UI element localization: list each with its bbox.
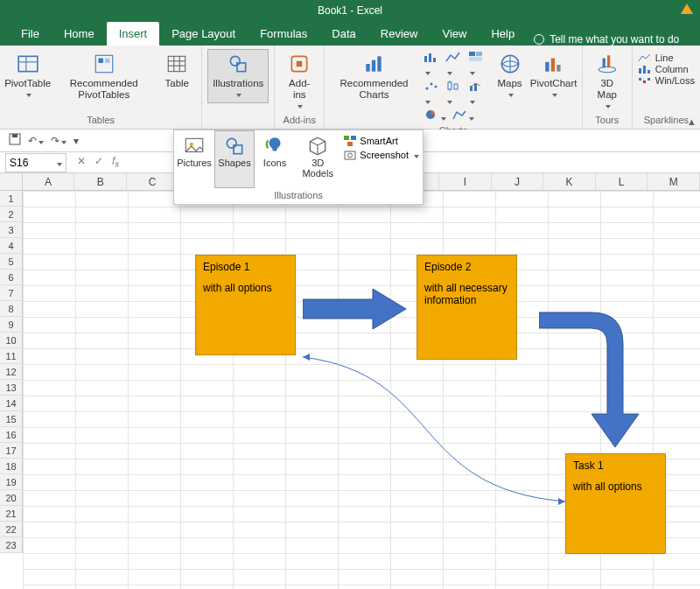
row-header[interactable]: 9: [0, 317, 23, 333]
row-header[interactable]: 18: [0, 459, 23, 474]
chart-scatter-icon[interactable]: [424, 80, 441, 107]
tab-review[interactable]: Review: [368, 22, 430, 46]
pivottable-icon: [16, 52, 40, 76]
chart-bar-icon[interactable]: [424, 51, 441, 78]
shape-body: with all necessary information: [424, 282, 509, 306]
illustrations-button[interactable]: Illustrations: [207, 49, 269, 103]
row-header[interactable]: 7: [0, 285, 23, 301]
row-header[interactable]: 13: [0, 380, 23, 396]
col-header[interactable]: K: [543, 173, 596, 190]
svg-marker-51: [558, 498, 565, 505]
title-bar: Book1 - Excel: [0, 0, 700, 21]
icons-button[interactable]: Icons: [255, 130, 295, 188]
tab-page-layout[interactable]: Page Layout: [159, 22, 248, 46]
redo-button[interactable]: ↷: [51, 135, 66, 147]
block-arrow-right[interactable]: [303, 287, 408, 331]
addins-button[interactable]: Add-ins: [280, 49, 318, 115]
curved-connector[interactable]: [285, 348, 574, 515]
pivotchart-icon: [542, 52, 566, 76]
tab-data[interactable]: Data: [319, 22, 368, 46]
shape-episode-2[interactable]: Episode 2 with all necessary information: [416, 255, 517, 360]
col-header[interactable]: L: [596, 173, 648, 190]
tab-help[interactable]: Help: [479, 22, 527, 46]
chart-pie-icon[interactable]: [424, 109, 446, 123]
row-header[interactable]: 12: [0, 364, 23, 380]
svg-rect-30: [454, 84, 458, 89]
save-icon[interactable]: [9, 133, 21, 148]
row-header[interactable]: 15: [0, 411, 23, 427]
svg-rect-3: [95, 55, 113, 73]
shape-episode-1[interactable]: Episode 1 with all options: [195, 255, 296, 355]
chart-surface-icon[interactable]: [452, 109, 474, 123]
name-box[interactable]: S16: [5, 153, 66, 172]
tell-me-label: Tell me what you want to do: [550, 33, 679, 46]
row-header[interactable]: 22: [0, 522, 23, 537]
shape-task-1[interactable]: Task 1 with all options: [565, 453, 666, 554]
cell-area[interactable]: Episode 1 with all options Episode 2 wit…: [23, 191, 700, 589]
svg-rect-41: [639, 68, 641, 74]
enter-formula-icon[interactable]: ✓: [94, 155, 103, 169]
maps-button[interactable]: Maps: [491, 49, 529, 125]
row-header[interactable]: 14: [0, 396, 23, 411]
tab-file[interactable]: File: [9, 22, 52, 46]
col-header[interactable]: M: [648, 173, 700, 190]
screenshot-button[interactable]: Screenshot: [344, 150, 419, 160]
worksheet-grid[interactable]: A B C D E F G H I J K L M 12345678910111…: [0, 173, 700, 589]
svg-rect-32: [474, 83, 477, 91]
col-header[interactable]: C: [127, 173, 179, 190]
tab-formulas[interactable]: Formulas: [248, 22, 319, 46]
recommended-charts-button[interactable]: Recommended Charts: [330, 49, 418, 125]
row-header[interactable]: 23: [0, 537, 23, 553]
chart-line-icon[interactable]: [445, 51, 463, 78]
3d-map-button[interactable]: 3D Map: [588, 49, 626, 115]
svg-rect-14: [297, 61, 303, 67]
3d-map-icon: [595, 52, 620, 76]
pictures-button[interactable]: Pictures: [174, 130, 214, 188]
tab-view[interactable]: View: [430, 22, 479, 46]
chart-statistic-icon[interactable]: [445, 80, 463, 107]
row-header[interactable]: 4: [0, 238, 23, 254]
3d-models-button[interactable]: 3D Models: [295, 130, 340, 188]
table-button[interactable]: Table: [158, 49, 196, 103]
row-header[interactable]: 17: [0, 443, 23, 459]
pivotchart-button[interactable]: PivotChart: [531, 49, 577, 125]
row-header[interactable]: 2: [0, 207, 23, 222]
col-header[interactable]: B: [74, 173, 127, 190]
row-header[interactable]: 11: [0, 348, 23, 364]
row-header[interactable]: 1: [0, 191, 23, 207]
tab-home[interactable]: Home: [52, 22, 107, 46]
smartart-button[interactable]: SmartArt: [344, 136, 419, 146]
recommended-charts-icon: [361, 52, 386, 76]
tab-insert[interactable]: Insert: [107, 22, 160, 46]
row-header[interactable]: 8: [0, 301, 23, 317]
row-header[interactable]: 3: [0, 222, 23, 238]
sparkline-winloss-button[interactable]: Win/Loss: [638, 75, 695, 86]
col-header[interactable]: A: [23, 173, 75, 190]
qat-customize-button[interactable]: ▾: [74, 135, 79, 147]
collapse-ribbon-icon[interactable]: ▲: [687, 116, 696, 127]
col-header[interactable]: J: [492, 173, 544, 190]
row-header[interactable]: 19: [0, 474, 23, 490]
row-header[interactable]: 5: [0, 254, 23, 270]
row-header[interactable]: 6: [0, 270, 23, 285]
pivottable-button[interactable]: PivotTable: [5, 49, 50, 103]
tell-me-search[interactable]: Tell me what you want to do: [527, 33, 679, 46]
col-header[interactable]: I: [439, 173, 492, 190]
cancel-formula-icon[interactable]: ✕: [77, 155, 86, 169]
group-label-tables: Tables: [87, 115, 115, 127]
sparkline-column-button[interactable]: Column: [638, 64, 695, 74]
row-header[interactable]: 16: [0, 427, 23, 443]
row-header[interactable]: 20: [0, 490, 23, 506]
select-all-corner[interactable]: [0, 173, 23, 190]
row-header[interactable]: 10: [0, 333, 23, 348]
recommended-pivottables-button[interactable]: Recommended PivotTables: [52, 49, 156, 103]
chart-hierarchy-icon[interactable]: [468, 51, 486, 78]
row-header[interactable]: 21: [0, 506, 23, 522]
sparkline-line-button[interactable]: Line: [638, 53, 695, 63]
svg-rect-21: [469, 52, 475, 56]
shapes-button[interactable]: Shapes: [214, 130, 255, 188]
svg-rect-35: [545, 62, 549, 72]
fx-icon[interactable]: fx: [112, 155, 119, 169]
chart-combo-icon[interactable]: [468, 80, 486, 107]
undo-button[interactable]: ↶: [28, 135, 44, 147]
